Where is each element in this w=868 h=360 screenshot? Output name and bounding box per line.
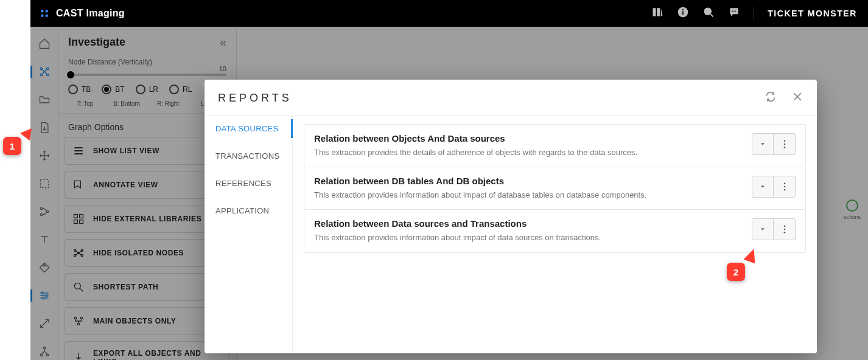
- svg-point-1: [46, 10, 49, 13]
- download-button[interactable]: [752, 218, 774, 240]
- svg-point-43: [783, 144, 785, 145]
- report-desc: This extraction provides the details of …: [314, 147, 742, 158]
- app-name[interactable]: TICKET MONSTER: [768, 9, 857, 18]
- report-desc: This extraction provides information abo…: [314, 190, 742, 201]
- svg-point-11: [732, 11, 733, 12]
- svg-point-47: [783, 189, 785, 191]
- svg-point-45: [783, 183, 785, 185]
- tab-data-sources[interactable]: DATA SOURCES: [215, 122, 292, 136]
- chat-icon[interactable]: [728, 6, 740, 21]
- report-row: Relation between DB tables And DB object…: [304, 167, 806, 210]
- reports-list: Relation between Objects And Data source…: [293, 116, 817, 353]
- download-button[interactable]: [752, 133, 774, 155]
- report-row: Relation between Data sources and Transa…: [304, 209, 806, 252]
- separator: [754, 7, 754, 20]
- tab-application[interactable]: APPLICATION: [215, 204, 292, 218]
- close-icon[interactable]: [791, 91, 803, 105]
- report-title: Relation between Objects And Data source…: [314, 133, 742, 144]
- report-title: Relation between DB tables And DB object…: [314, 176, 742, 186]
- search-icon[interactable]: [702, 6, 715, 21]
- annotation-marker-2: 2: [727, 263, 745, 281]
- tab-transactions[interactable]: TRANSACTIONS: [215, 149, 292, 163]
- modal-tabs: DATA SOURCES TRANSACTIONS REFERENCES APP…: [205, 116, 293, 353]
- more-menu-button[interactable]: [774, 133, 796, 155]
- report-row: Relation between Objects And Data source…: [304, 124, 806, 167]
- tab-references[interactable]: REFERENCES: [215, 176, 292, 190]
- svg-point-12: [733, 11, 735, 12]
- svg-point-44: [783, 147, 785, 148]
- svg-point-48: [783, 226, 785, 227]
- svg-point-42: [783, 140, 785, 142]
- annotation-marker-1: 1: [3, 137, 21, 155]
- more-menu-button[interactable]: [774, 176, 796, 198]
- svg-point-49: [783, 229, 785, 230]
- reports-modal: REPORTS DATA SOURCES TRANSACTIONS REFERE…: [205, 80, 817, 353]
- svg-point-46: [783, 186, 785, 188]
- svg-point-50: [783, 232, 785, 234]
- cast-logo-icon: [39, 8, 50, 19]
- modal-title: REPORTS: [218, 92, 292, 105]
- svg-point-3: [46, 15, 49, 18]
- library-icon[interactable]: [651, 6, 663, 21]
- svg-rect-4: [653, 8, 656, 16]
- svg-point-13: [735, 11, 737, 12]
- svg-point-0: [41, 10, 44, 13]
- brand-name: CAST Imaging: [56, 8, 125, 19]
- top-bar: CAST Imaging TICKET MONSTER: [30, 0, 868, 27]
- brand-logo: CAST Imaging: [39, 8, 125, 19]
- svg-rect-7: [682, 11, 684, 15]
- svg-point-9: [704, 8, 711, 15]
- svg-rect-5: [657, 8, 660, 16]
- report-desc: This extraction provides information abo…: [314, 232, 742, 243]
- refresh-icon[interactable]: [765, 91, 777, 105]
- svg-line-10: [710, 14, 713, 16]
- more-menu-button[interactable]: [774, 218, 796, 240]
- svg-point-8: [682, 9, 684, 10]
- report-title: Relation between Data sources and Transa…: [314, 218, 742, 229]
- info-icon[interactable]: [677, 6, 689, 21]
- svg-point-2: [41, 15, 44, 18]
- download-button[interactable]: [752, 176, 774, 198]
